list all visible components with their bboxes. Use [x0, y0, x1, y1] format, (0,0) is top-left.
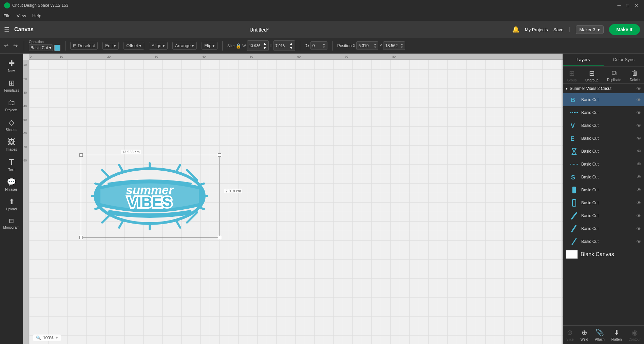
- layer-item[interactable]: B Basic Cut 👁: [563, 93, 644, 106]
- sidebar-item-upload[interactable]: ⬆ Upload: [1, 195, 22, 214]
- redo-button[interactable]: ↪: [12, 42, 19, 50]
- sidebar-item-monogram[interactable]: ⊟ Monogram: [1, 214, 22, 232]
- offset-button[interactable]: Offset ▾: [124, 42, 144, 50]
- layer-item[interactable]: Basic Cut 👁: [563, 158, 644, 171]
- layer-eye-6[interactable]: 👁: [637, 161, 641, 167]
- blank-canvas-item[interactable]: Blank Canvas: [563, 248, 644, 261]
- toolbar-sep-3: [222, 41, 223, 51]
- lock-icon[interactable]: 🔒: [235, 43, 241, 49]
- menu-file[interactable]: File: [3, 13, 11, 18]
- x-input[interactable]: 5.319 ▲▼: [356, 41, 378, 50]
- layer-eye-4[interactable]: 👁: [637, 136, 641, 141]
- layer-item[interactable]: Basic Cut 👁: [563, 222, 644, 235]
- layer-item[interactable]: Basic Cut 👁: [563, 184, 644, 196]
- separator: |: [569, 26, 570, 33]
- layer-eye-9[interactable]: 👁: [637, 200, 641, 206]
- edit-button[interactable]: Edit ▾: [102, 42, 119, 50]
- zoom-out-icon[interactable]: 🔍: [36, 336, 41, 340]
- ungroup-action[interactable]: ⊟ Ungroup: [585, 69, 598, 82]
- layer-eye-11[interactable]: 👁: [637, 226, 641, 231]
- design-object[interactable]: summer VIBES: [82, 156, 217, 236]
- selection-handle-br[interactable]: [218, 236, 221, 239]
- selection-handle-bl[interactable]: [79, 236, 83, 239]
- width-input[interactable]: 13.936 ▲▼: [247, 40, 269, 51]
- rotate-input[interactable]: 0 ▲▼: [310, 41, 327, 50]
- zoom-in-icon[interactable]: +: [56, 336, 58, 340]
- arrange-button[interactable]: Arrange ▾: [172, 42, 197, 50]
- tab-color-sync[interactable]: Color Sync: [604, 54, 644, 66]
- layer-eye-7[interactable]: 👁: [637, 174, 641, 180]
- sidebar-item-phrases[interactable]: 💬 Phrases: [1, 175, 22, 194]
- my-projects-link[interactable]: My Projects: [525, 27, 548, 32]
- layer-item[interactable]: Basic Cut 👁: [563, 106, 644, 119]
- minimize-button[interactable]: ─: [616, 3, 622, 8]
- layer-eye-12[interactable]: 👁: [637, 239, 641, 244]
- operation-select[interactable]: Basic Cut ▾: [29, 44, 53, 51]
- hamburger-menu[interactable]: ☰: [4, 26, 10, 33]
- layer-item[interactable]: V Basic Cut 👁: [563, 119, 644, 132]
- sidebar-templates-label: Templates: [4, 89, 19, 92]
- zoom-controls[interactable]: 🔍 100% +: [33, 335, 61, 341]
- duplicate-action[interactable]: ⧉ Duplicate: [607, 69, 621, 82]
- layer-eye-2[interactable]: 👁: [637, 110, 641, 115]
- layer-item[interactable]: Basic Cut 👁: [563, 145, 644, 158]
- layer-name-2: Basic Cut: [581, 110, 634, 115]
- layer-eye-5[interactable]: 👁: [637, 149, 641, 154]
- window-controls[interactable]: ─ □ ✕: [616, 3, 640, 8]
- group-eye-icon[interactable]: 👁: [637, 86, 641, 91]
- machine-selector[interactable]: Maker 3 ▾: [576, 25, 604, 34]
- close-button[interactable]: ✕: [633, 3, 640, 8]
- menu-help[interactable]: Help: [32, 13, 41, 18]
- arrange-label: Arrange: [175, 43, 191, 48]
- delete-action[interactable]: 🗑 Delete: [630, 69, 640, 82]
- layer-eye-1[interactable]: 👁: [637, 97, 641, 102]
- maximize-button[interactable]: □: [625, 3, 630, 8]
- tab-layers[interactable]: Layers: [563, 54, 604, 66]
- attach-action[interactable]: 📎 Attach: [595, 328, 604, 341]
- svg-text:10: 10: [60, 55, 63, 58]
- canvas-area[interactable]: 0 10 20 30 40 50 60 70 80 10 20 30 40 50…: [23, 54, 563, 344]
- weld-action[interactable]: ⊕ Weld: [581, 328, 588, 341]
- make-it-button[interactable]: Make It: [609, 24, 640, 35]
- sidebar-item-templates[interactable]: ⊞ Templates: [1, 76, 22, 95]
- layer-item[interactable]: Basic Cut 👁: [563, 235, 644, 248]
- menu-view[interactable]: View: [17, 13, 26, 18]
- layer-item[interactable]: E Basic Cut 👁: [563, 132, 644, 145]
- edit-label: Edit: [105, 43, 113, 48]
- group-icon: ⊞: [569, 69, 575, 77]
- slice-action[interactable]: ⊘ Slice: [566, 328, 574, 341]
- sidebar-monogram-label: Monogram: [3, 226, 20, 229]
- layer-item[interactable]: Basic Cut 👁: [563, 196, 644, 209]
- align-button[interactable]: Align ▾: [149, 42, 168, 50]
- undo-button[interactable]: ↩: [3, 42, 10, 50]
- group-title: Summer Vibes 2 Cricut: [570, 86, 611, 91]
- notifications-icon[interactable]: 🔔: [512, 26, 519, 33]
- deselect-button[interactable]: ⊞ Deselect: [70, 42, 98, 50]
- slice-label: Slice: [566, 338, 574, 341]
- sidebar-item-text[interactable]: T Text: [1, 155, 22, 174]
- design-area[interactable]: 13.936 cm 7.918 cm: [29, 60, 563, 344]
- layer-thumb-5: [570, 147, 579, 156]
- operation-label: Operation: [29, 40, 44, 44]
- color-swatch[interactable]: [54, 45, 60, 51]
- layer-group-header[interactable]: ▾ Summer Vibes 2 Cricut 👁: [563, 84, 644, 93]
- contour-action[interactable]: ◉ Contour: [628, 328, 641, 341]
- group-action[interactable]: ⊞ Group: [567, 69, 577, 82]
- layer-item[interactable]: Basic Cut 👁: [563, 209, 644, 222]
- layer-eye-3[interactable]: 👁: [637, 123, 641, 128]
- sidebar-item-shapes[interactable]: ◇ Shapes: [1, 115, 22, 134]
- layer-item[interactable]: S Basic Cut 👁: [563, 171, 644, 184]
- sidebar-item-new[interactable]: ✚ New: [1, 56, 22, 75]
- selection-handle-tr[interactable]: [218, 153, 221, 157]
- save-button[interactable]: Save: [553, 27, 564, 32]
- sidebar-item-projects[interactable]: 🗂 Projects: [1, 96, 22, 115]
- height-input[interactable]: 7.918 ▲▼: [273, 40, 295, 51]
- upload-icon: ⬆: [8, 197, 15, 206]
- duplicate-label: Duplicate: [607, 78, 621, 82]
- y-input[interactable]: 18.562 ▲▼: [383, 41, 405, 50]
- flip-button[interactable]: Flip ▾: [202, 42, 217, 50]
- layer-eye-8[interactable]: 👁: [637, 187, 641, 193]
- sidebar-item-images[interactable]: 🖼 Images: [1, 135, 22, 154]
- layer-eye-10[interactable]: 👁: [637, 213, 641, 218]
- flatten-action[interactable]: ⬇ Flatten: [611, 328, 622, 341]
